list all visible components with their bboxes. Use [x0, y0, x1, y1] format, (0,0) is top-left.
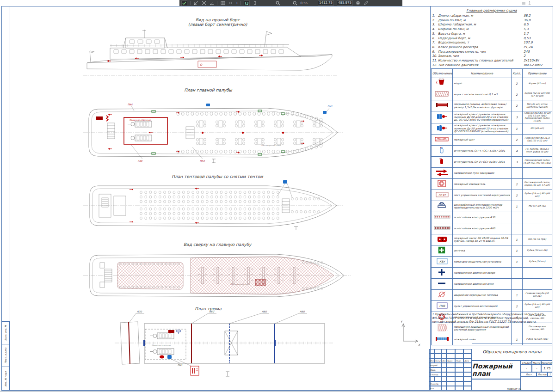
- zoom-level-value[interactable]: 0.55: [300, 1, 308, 6]
- signature-grid: ИзмКол.учЛист№докПодп.ДатаРазраб.Пров.Т.…: [429, 349, 472, 391]
- svg-text:Y: Y: [401, 320, 403, 323]
- ext-op-icon: [433, 146, 451, 154]
- snap-angle-icon[interactable]: [209, 1, 214, 6]
- paint-note: 1 Предметы снабжения и противопожарного …: [432, 312, 551, 324]
- a60-icon: [433, 224, 451, 232]
- svg-text:X: X: [418, 343, 420, 346]
- legend-row: пожарный щит2Главная палуба ЛБ и ПрБ (55…: [432, 134, 552, 145]
- legend-row: аптечка1Рубка (19 шп ЛБ): [432, 245, 552, 256]
- signature-cell: Разраб.: [429, 363, 441, 368]
- magnet-snap-icon[interactable]: [244, 0, 250, 6]
- signature-cell: [441, 386, 446, 391]
- signature-cell: [441, 372, 446, 377]
- dimension-row: 6.Надводный борт, м0,53: [432, 37, 551, 41]
- legend-header-note: Примечание: [522, 69, 552, 78]
- coordinate-y-field[interactable]: 485.975: [337, 0, 353, 6]
- signature-cell: Пров.: [429, 368, 441, 372]
- signature-cell: [463, 381, 472, 386]
- legend-row: пожарный кран с рукавом пожарным льняным…: [432, 123, 552, 134]
- legend-row: направление движения вверх: [432, 267, 552, 278]
- dimension-row: 8.Класс речного регистраР1,2А: [432, 45, 551, 50]
- signature-cell: [434, 377, 441, 381]
- coordinate-x-field[interactable]: 1412.75: [318, 0, 334, 6]
- ppvt-icon: ПП ВТ: [433, 190, 451, 198]
- ortho-icon[interactable]: [228, 1, 233, 6]
- drawing-title-cell: Пожарный план: [472, 361, 521, 379]
- signature-cell: Н.контр.: [429, 381, 441, 386]
- fuel-icon: [433, 290, 451, 298]
- svg-text:ПП ВТ: ПП ВТ: [438, 193, 446, 196]
- hold-a30-flag: А30: [137, 310, 142, 313]
- signature-cell: Утв.: [429, 386, 441, 391]
- stamp-podp-data: Подп. и дата: [1, 344, 10, 367]
- snap-endpoint-icon[interactable]: [193, 1, 198, 6]
- signature-cell: [455, 381, 463, 386]
- kvu-icon: КВУ: [433, 257, 451, 265]
- hydrant20-icon: [433, 112, 451, 120]
- signature-cell: [429, 377, 434, 381]
- dimension-row: 7.Водоизмещение, т107,9: [432, 41, 551, 45]
- legend-header-qty: Колл.: [511, 69, 522, 78]
- legend-row: огнестойкая конструкция А30: [432, 212, 552, 223]
- pk3-label: ПК3: [200, 159, 205, 162]
- dimension-row: 9.Пассажировместимость, чел243: [432, 50, 551, 55]
- signature-cell: [441, 377, 446, 381]
- sheet-label: Лист: [521, 372, 536, 377]
- dimension-row: 2.Длина по КВЛ, м36,0: [432, 18, 551, 23]
- legend-row: направление движения вниз: [432, 278, 552, 289]
- signature-cell: Изм: [429, 358, 434, 363]
- legend-header-name: Наименование: [453, 69, 511, 78]
- signature-cell: [446, 363, 455, 368]
- scroll-icon[interactable]: [528, 1, 531, 5]
- legend-header-symbol: Обозначение: [432, 69, 453, 78]
- printer-icon[interactable]: [356, 1, 361, 6]
- top-passenger-salon-label: Пассажирский салон: [230, 283, 250, 285]
- signature-cell: [441, 354, 446, 358]
- hold-a60-flag-1: А60: [209, 310, 214, 313]
- layers-icon[interactable]: [522, 1, 526, 5]
- sheets-value: 1: [548, 372, 552, 377]
- scale-label: Масштаб: [541, 361, 552, 365]
- signature-cell: [446, 368, 455, 372]
- dimension-row: 10.Экипаж, чел2: [432, 54, 551, 59]
- side-view-drawing: [83, 24, 337, 83]
- signature-cell: №док: [446, 358, 455, 363]
- dimensions-title: Главные размерения судна: [432, 8, 551, 12]
- zoom-level-icon[interactable]: [292, 1, 297, 6]
- signature-cell: [463, 386, 472, 391]
- pk1-label: ПК1: [178, 364, 183, 367]
- cad-canvas[interactable]: 1 0.55 1412.75 485.975 Вз: [0, 0, 555, 392]
- legend-row: ПУВпульт управления вентиляцией2Рубка (1…: [432, 300, 552, 312]
- legend-row: пожарный извещатель2Пассажирский салон, …: [432, 178, 552, 190]
- signature-cell: [446, 377, 455, 381]
- grid-icon[interactable]: [220, 1, 225, 6]
- stamp-vzam-inv: Взам. инв. №: [1, 321, 10, 344]
- signature-cell: [463, 354, 472, 358]
- dimension-row: 12.Тип главного двигателяЯМЗ-238М2: [432, 63, 551, 68]
- zoom-in-icon[interactable]: [275, 1, 280, 6]
- signature-cell: [463, 372, 472, 377]
- legend-row: огнестойкая конструкция А60: [432, 223, 552, 234]
- snap-intersection-icon[interactable]: [201, 1, 206, 6]
- signature-cell: Лист: [441, 358, 446, 363]
- legend-row: помещения защищенные стационарной систем…: [432, 323, 552, 334]
- signature-cell: [455, 368, 463, 372]
- confirm-check-icon[interactable]: [181, 0, 187, 6]
- signature-cell: [441, 363, 446, 368]
- sheet-inner-margin: [10, 6, 10, 391]
- cad-toolbar: 1 0.55 1412.75 485.975: [179, 0, 402, 6]
- a30-icon: [433, 213, 451, 220]
- signature-cell: [446, 386, 455, 391]
- signature-cell: [463, 349, 472, 354]
- signature-cell: [446, 372, 455, 377]
- pan-icon[interactable]: [253, 1, 258, 6]
- signature-cell: Дата: [463, 358, 472, 363]
- evac-icon: [433, 168, 451, 176]
- edit-pencil-icon[interactable]: [364, 1, 369, 6]
- engine-room-label: Машинное отделение: [130, 119, 151, 121]
- main-deck-title: План главной палубы: [162, 88, 254, 92]
- puv-icon: ПУВ: [433, 301, 451, 309]
- dimension-row: 1.Длина габаритная, м38,2: [432, 14, 551, 18]
- legend-row: пожарный насос 3К 45/30 подача 30-54 куб…: [432, 234, 552, 245]
- signature-cell: [434, 349, 441, 354]
